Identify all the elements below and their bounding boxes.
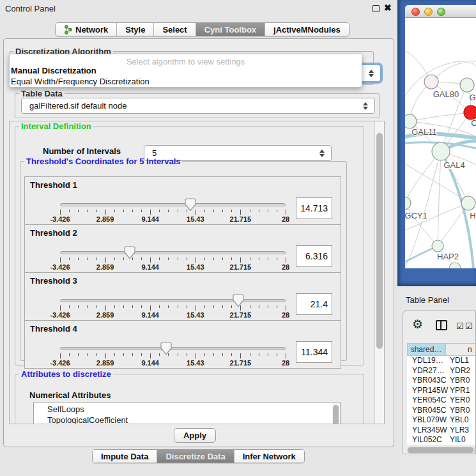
- cell-name[interactable]: YIL0: [445, 435, 476, 445]
- slider-tick: [150, 305, 151, 311]
- cell-shared-name[interactable]: YBR045C: [407, 406, 445, 416]
- network-window-titlebar[interactable]: [405, 5, 476, 18]
- network-canvas[interactable]: GAL80GACGAL11GAL4GCY1HHAP2: [405, 18, 476, 268]
- settings-scrollbar-thumb[interactable]: [376, 133, 383, 349]
- table-row[interactable]: YIL052CYIL0: [407, 435, 476, 445]
- slider-tick: [259, 210, 259, 212]
- threshold-value-field[interactable]: 14.713: [296, 197, 332, 219]
- slider-thumb[interactable]: [185, 198, 196, 211]
- checkbox-icon[interactable]: ☑: [456, 321, 464, 331]
- apply-button[interactable]: Apply: [174, 428, 216, 443]
- network-node-hap2[interactable]: [432, 240, 443, 252]
- cell-name[interactable]: YBL0: [445, 415, 476, 426]
- list-scrollbar[interactable]: [332, 403, 339, 424]
- attribute-item-selfloops[interactable]: SelfLoops: [34, 403, 340, 415]
- table-row[interactable]: YER054CYER0: [407, 395, 476, 406]
- table-row[interactable]: YDR27…YDR2: [407, 366, 476, 376]
- network-node-h[interactable]: [461, 196, 475, 210]
- network-node-gal11[interactable]: [405, 114, 417, 128]
- slider-tick: [87, 353, 88, 356]
- cell-name[interactable]: YBR0: [445, 376, 476, 386]
- slider-tick: [60, 305, 61, 311]
- tab-impute-data[interactable]: Impute Data: [93, 450, 157, 463]
- cell-shared-name[interactable]: YDR27…: [407, 366, 445, 376]
- tab-style[interactable]: Style: [117, 23, 154, 36]
- threshold-panel-1: Threshold 1-3.4262.8599.14415.4321.71528…: [24, 176, 341, 225]
- network-node-gal4[interactable]: [432, 142, 450, 160]
- cell-shared-name[interactable]: YDL19…: [407, 356, 445, 366]
- tab-infer-network[interactable]: Infer Network: [234, 450, 304, 463]
- slider-tick: [69, 305, 70, 308]
- network-node-ga[interactable]: [460, 78, 474, 92]
- table-row[interactable]: YPR145WYPR1: [407, 386, 476, 396]
- threshold-value-field[interactable]: 6.316: [296, 245, 332, 267]
- cell-shared-name[interactable]: YBR043C: [407, 376, 445, 386]
- network-node-gcy1[interactable]: [405, 197, 411, 210]
- table-row[interactable]: YBL079WYBL0: [407, 415, 476, 426]
- network-node-gal80[interactable]: [424, 75, 438, 89]
- slider-track[interactable]: [60, 251, 286, 254]
- cell-name[interactable]: YDR2: [445, 366, 476, 376]
- horizontal-scrollbar-thumb[interactable]: [408, 447, 473, 453]
- gear-icon[interactable]: ⚙: [412, 318, 423, 330]
- slider-track[interactable]: [60, 299, 286, 302]
- table-row[interactable]: YDL19…YDL1: [407, 356, 476, 366]
- settings-scrollbar[interactable]: [374, 121, 384, 424]
- dropdown-option-manual-discretization[interactable]: Manual Discretization: [10, 65, 362, 76]
- cell-name[interactable]: YDL1: [445, 356, 476, 366]
- dropdown-option-equal-width-frequency[interactable]: Equal Width/Frequency Discretization: [10, 76, 362, 87]
- tab-discretize-data[interactable]: Discretize Data: [157, 450, 234, 463]
- close-traffic-light-icon[interactable]: [411, 8, 420, 16]
- network-edge[interactable]: [438, 151, 441, 246]
- float-window-icon[interactable]: [372, 5, 380, 12]
- slider-tick: [196, 305, 196, 311]
- tab-jactivemnodules[interactable]: jActiveMNodules: [265, 23, 349, 36]
- cell-name[interactable]: YPR1: [445, 386, 476, 396]
- tab-cyni-toolbox[interactable]: Cyni Toolbox: [196, 23, 265, 36]
- cell-name[interactable]: YBR0: [445, 406, 476, 416]
- threshold-label: Threshold 3: [30, 276, 77, 286]
- tab-select[interactable]: Select: [154, 23, 196, 36]
- table-row[interactable]: YBR043CYBR0: [407, 376, 476, 386]
- horizontal-scrollbar[interactable]: [407, 447, 476, 454]
- tab-network[interactable]: Network: [56, 23, 117, 36]
- slider-track[interactable]: [60, 347, 286, 350]
- slider-tick: [204, 305, 205, 308]
- threshold-value-field[interactable]: 11.344: [296, 341, 332, 363]
- numerical-attributes-list[interactable]: SelfLoopsTopologicalCoefficientBetweenne…: [33, 402, 341, 424]
- network-edge[interactable]: [405, 151, 441, 203]
- slider-tick: [277, 305, 277, 308]
- threshold-value-field[interactable]: 21.4: [296, 293, 332, 315]
- close-icon[interactable]: ✖: [384, 3, 392, 13]
- columns-icon[interactable]: [436, 320, 447, 330]
- slider-tick: [69, 210, 70, 212]
- slider-track[interactable]: [60, 203, 286, 206]
- network-edge[interactable]: [405, 203, 438, 246]
- cell-shared-name[interactable]: YER054C: [407, 395, 445, 406]
- column-header-shared-name[interactable]: shared…: [407, 343, 445, 356]
- network-node-c[interactable]: [464, 105, 476, 119]
- cell-shared-name[interactable]: YLR345W: [407, 426, 445, 436]
- slider-thumb[interactable]: [124, 246, 135, 259]
- cell-name[interactable]: YLR3: [445, 426, 476, 436]
- slider-thumb[interactable]: [160, 342, 172, 355]
- slider-tick-label: 9.144: [131, 263, 169, 271]
- table-row[interactable]: YBR045CYBR0: [407, 406, 476, 416]
- list-scrollbar-thumb[interactable]: [333, 405, 339, 424]
- cell-shared-name[interactable]: YBL079W: [407, 415, 445, 426]
- cell-name[interactable]: YER0: [445, 395, 476, 406]
- checkbox-icon[interactable]: ☑: [465, 321, 473, 331]
- network-edge[interactable]: [410, 112, 471, 121]
- slider-tick-label: 15.43: [176, 359, 215, 367]
- zoom-traffic-light-icon[interactable]: [437, 8, 445, 16]
- attribute-item-topologicalcoefficient[interactable]: TopologicalCoefficient: [34, 415, 340, 425]
- cell-shared-name[interactable]: YPR145W: [407, 386, 445, 396]
- table-row[interactable]: YLR345WYLR3: [407, 426, 476, 436]
- cell-shared-name[interactable]: YIL052C: [407, 435, 445, 445]
- slider-tick-label: 2.859: [86, 311, 125, 319]
- slider-thumb[interactable]: [233, 294, 244, 307]
- slider-tick: [114, 210, 115, 212]
- column-header-name[interactable]: n: [445, 343, 476, 356]
- table-data-combobox[interactable]: galFiltered.sif default node: [21, 98, 375, 114]
- minimize-traffic-light-icon[interactable]: [424, 8, 433, 16]
